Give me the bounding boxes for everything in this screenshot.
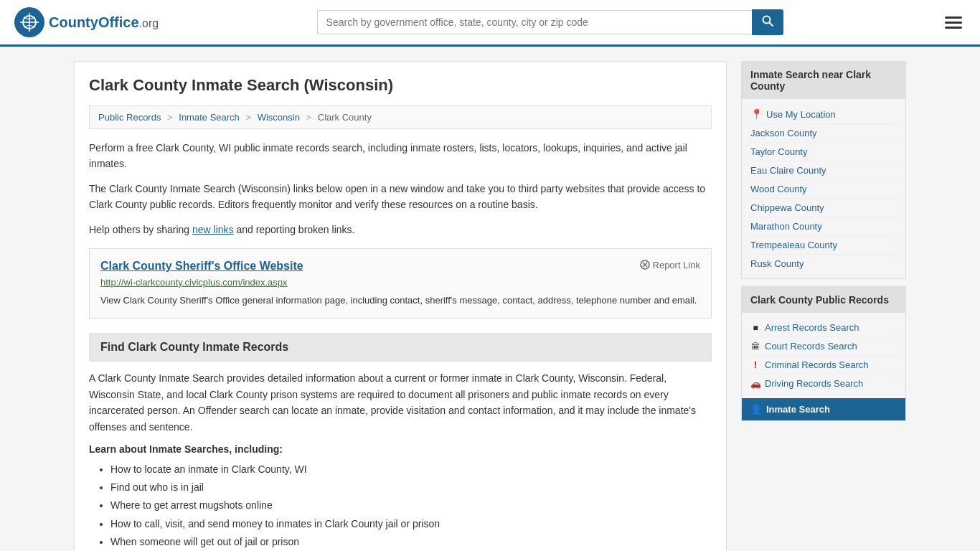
sidebar-link-chippewa-county[interactable]: Chippewa County — [750, 199, 897, 217]
content-area: Clark County Inmate Search (Wisconsin) P… — [74, 61, 727, 551]
breadcrumb-wisconsin[interactable]: Wisconsin — [258, 112, 300, 123]
list-item: How to call, visit, and send money to in… — [110, 515, 712, 533]
person-icon: 👤 — [750, 404, 762, 415]
sidebar-link-jackson-county[interactable]: Jackson County — [750, 124, 897, 143]
description-2: The Clark County Inmate Search (Wisconsi… — [89, 181, 712, 213]
arrest-records-icon: ■ — [750, 323, 760, 333]
use-my-location-item[interactable]: 📍 Use My Location — [750, 105, 897, 124]
site-header: CountyOffice.org — [0, 0, 980, 47]
find-records-text: A Clark County Inmate Search provides de… — [89, 370, 712, 435]
resource-description: View Clark County Sheriff's Office gener… — [100, 293, 700, 308]
logo-icon — [14, 7, 44, 37]
find-records-section-header: Find Clark County Inmate Records — [89, 333, 712, 362]
sidebar-link-trempealeau-county[interactable]: Trempealeau County — [750, 236, 897, 255]
driving-records-icon: 🚗 — [750, 379, 760, 389]
learn-heading: Learn about Inmate Searches, including: — [89, 443, 712, 455]
sidebar-inmate-search-header: Inmate Search near Clark County — [742, 62, 905, 99]
breadcrumb: Public Records > Inmate Search > Wiscons… — [89, 105, 712, 129]
sidebar: Inmate Search near Clark County 📍 Use My… — [741, 61, 906, 551]
svg-line-5 — [769, 23, 773, 27]
criminal-records-icon: ! — [750, 360, 760, 370]
breadcrumb-clark-county: Clark County — [318, 112, 372, 123]
court-records-icon: 🏛 — [750, 342, 760, 352]
sidebar-inmate-btn-label: Inmate Search — [766, 404, 830, 415]
resource-url-link[interactable]: http://wi-clarkcounty.civicplus.com/inde… — [100, 277, 700, 288]
location-pin-icon: 📍 — [750, 108, 763, 120]
page-title: Clark County Inmate Search (Wisconsin) — [89, 76, 712, 95]
list-item: When someone will get out of jail or pri… — [110, 533, 712, 551]
new-links-link[interactable]: new links — [192, 224, 234, 235]
sidebar-link-marathon-county[interactable]: Marathon County — [750, 217, 897, 236]
description-1: Perform a free Clark County, WI public i… — [89, 140, 712, 172]
sidebar-link-taylor-county[interactable]: Taylor County — [750, 143, 897, 161]
logo-text: CountyOffice.org — [49, 14, 159, 31]
sidebar-link-wood-county[interactable]: Wood County — [750, 180, 897, 199]
main-container: Clark County Inmate Search (Wisconsin) P… — [60, 61, 920, 551]
breadcrumb-public-records[interactable]: Public Records — [98, 112, 161, 123]
sidebar-link-arrest-records[interactable]: ■ Arrest Records Search — [750, 319, 897, 337]
logo-area: CountyOffice.org — [14, 7, 159, 37]
list-item: How to locate an inmate in Clark County,… — [110, 461, 712, 479]
bullet-list: How to locate an inmate in Clark County,… — [89, 461, 712, 551]
list-item: Find out who is in jail — [110, 479, 712, 496]
list-item: Where to get arrest mugshots online — [110, 496, 712, 514]
sidebar-inmate-search-body: 📍 Use My Location Jackson County Taylor … — [742, 99, 905, 278]
sidebar-link-driving-records[interactable]: 🚗 Driving Records Search — [750, 375, 897, 392]
description-3: Help others by sharing new links and rep… — [89, 222, 712, 237]
sidebar-inmate-search-section: Inmate Search near Clark County 📍 Use My… — [741, 61, 906, 279]
hamburger-menu-button[interactable] — [941, 13, 966, 32]
resource-title-link[interactable]: Clark County Sheriff's Office Website — [100, 260, 700, 273]
search-input[interactable] — [317, 10, 752, 34]
sidebar-public-records-section: Clark County Public Records ■ Arrest Rec… — [741, 286, 906, 421]
sidebar-inmate-search-button[interactable]: 👤 Inmate Search — [742, 398, 905, 420]
search-area — [317, 9, 783, 35]
sidebar-link-rusk-county[interactable]: Rusk County — [750, 255, 897, 273]
report-link-label: Report Link — [653, 260, 700, 270]
sidebar-link-court-records[interactable]: 🏛 Court Records Search — [750, 337, 897, 356]
use-my-location-link[interactable]: Use My Location — [766, 109, 836, 120]
search-button[interactable] — [752, 9, 783, 35]
sidebar-link-eau-claire-county[interactable]: Eau Claire County — [750, 161, 897, 180]
sidebar-public-records-header: Clark County Public Records — [742, 287, 905, 313]
resource-card: Report Link Clark County Sheriff's Offic… — [89, 248, 712, 319]
sidebar-link-criminal-records[interactable]: ! Criminal Records Search — [750, 356, 897, 375]
sidebar-public-records-body: ■ Arrest Records Search 🏛 Court Records … — [742, 313, 905, 398]
report-link-button[interactable]: Report Link — [640, 260, 700, 270]
breadcrumb-inmate-search[interactable]: Inmate Search — [179, 112, 240, 123]
